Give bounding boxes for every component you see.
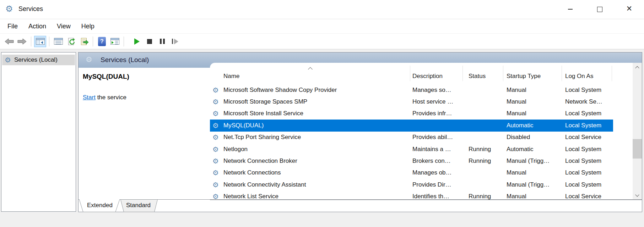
menu-help[interactable]: Help: [76, 19, 100, 33]
properties-button[interactable]: [52, 36, 64, 47]
column-divider[interactable]: [410, 66, 410, 81]
cell-startup: Disabled: [507, 132, 530, 143]
properties-icon: [54, 38, 63, 45]
refresh-button[interactable]: [65, 36, 77, 47]
stop-icon: [147, 39, 152, 44]
service-gear-icon: ⚙: [212, 98, 219, 105]
title-bar: ⚙ Services ×: [0, 0, 644, 19]
export-list-button[interactable]: [78, 36, 90, 47]
cell-description: Manages so…: [412, 84, 451, 96]
table-row[interactable]: ⚙ Net.Tcp Port Sharing Service Provides …: [210, 132, 633, 143]
services-rows: ⚙ Microsoft Software Shadow Copy Provide…: [210, 84, 633, 200]
cell-logon: Local System: [565, 179, 601, 190]
forward-button[interactable]: [16, 36, 28, 47]
cell-name: Netlogon: [223, 143, 248, 155]
forward-icon: [17, 38, 27, 45]
back-button[interactable]: [3, 36, 15, 47]
cell-logon: Local System: [565, 84, 601, 96]
toolbar-separator: [93, 37, 93, 46]
tab-extended[interactable]: Extended: [87, 202, 113, 209]
cell-startup: Manual: [507, 167, 526, 179]
column-divider[interactable]: [462, 66, 463, 81]
cell-logon: Local System: [565, 155, 601, 167]
services-gear-icon: ⚙: [5, 56, 11, 63]
cell-description: Brokers con…: [412, 155, 451, 167]
sidebar-item-label: Services (Local): [14, 56, 58, 63]
table-row[interactable]: ⚙ Network List Service Identifies th… Ru…: [210, 191, 633, 200]
cell-name: Net.Tcp Port Sharing Service: [223, 132, 301, 143]
table-row[interactable]: ⚙ Network Connections Manages ob… Manual…: [210, 167, 633, 179]
table-row[interactable]: ⚙ Microsoft Storage Spaces SMP Host serv…: [210, 96, 633, 107]
cell-status: Running: [469, 155, 491, 167]
sort-ascending-icon: [308, 67, 313, 72]
column-header-log-on-as[interactable]: Log On As: [565, 73, 593, 80]
service-gear-icon: ⚙: [212, 181, 219, 188]
table-row[interactable]: ⚙ Network Connectivity Assistant Provide…: [210, 179, 633, 190]
back-icon: [5, 38, 14, 45]
services-main-panel: ⚙ Services (Local) MySQL(DUAL) Start the…: [78, 52, 642, 212]
minimize-button[interactable]: [556, 0, 585, 18]
show-console-tree-button[interactable]: [34, 36, 46, 47]
header-gear-icon: ⚙: [86, 56, 92, 63]
table-row[interactable]: ⚙ Microsoft Store Install Service Provid…: [210, 108, 633, 120]
column-divider[interactable]: [562, 66, 562, 81]
pause-service-button[interactable]: [156, 36, 168, 47]
maximize-button[interactable]: [585, 0, 615, 18]
export-arrow-icon: [83, 40, 89, 45]
cell-name: Microsoft Store Install Service: [223, 108, 303, 120]
scroll-down-button[interactable]: [633, 190, 642, 200]
tab-standard[interactable]: Standard: [126, 202, 151, 209]
menu-file[interactable]: File: [2, 19, 23, 33]
cell-description: Maintains a …: [412, 143, 451, 155]
column-header-name[interactable]: Name: [223, 73, 239, 80]
scrollbar-thumb[interactable]: [633, 139, 642, 159]
help-button[interactable]: ?: [96, 36, 108, 47]
cell-logon: Local Service: [565, 132, 601, 143]
cell-startup: Automatic: [507, 143, 534, 155]
start-service-button[interactable]: [131, 36, 143, 47]
cell-description: Provides abil…: [412, 132, 453, 143]
refresh-arrow-icon: [68, 38, 75, 45]
cell-logon: Local System: [565, 108, 601, 120]
cell-description: Host service …: [412, 96, 453, 107]
show-action-pane-button[interactable]: [109, 36, 121, 47]
menu-view[interactable]: View: [52, 19, 76, 33]
service-gear-icon: ⚙: [212, 146, 219, 153]
vertical-scrollbar[interactable]: [633, 63, 642, 200]
start-service-link[interactable]: Start: [83, 94, 96, 101]
close-button[interactable]: ×: [615, 0, 644, 18]
sidebar-item-services-local[interactable]: ⚙ Services (Local): [2, 55, 75, 65]
cell-name: Microsoft Storage Spaces SMP: [223, 96, 307, 107]
toolbar-separator: [124, 37, 124, 46]
table-row[interactable]: ⚙ Microsoft Software Shadow Copy Provide…: [210, 84, 633, 96]
menu-bar: File Action View Help: [0, 19, 644, 33]
table-row-selected[interactable]: ⚙ MySQL(DUAL) Automatic Local System: [210, 120, 633, 131]
service-gear-icon: ⚙: [212, 122, 219, 129]
cell-logon: Local Service: [565, 191, 601, 200]
service-gear-icon: ⚙: [212, 87, 219, 94]
cell-description: Provides Dir…: [412, 179, 451, 190]
cell-description: Identifies th…: [412, 191, 449, 200]
cell-name: Microsoft Software Shadow Copy Provider: [223, 84, 337, 96]
toolbar-separator: [31, 37, 31, 46]
scroll-up-button[interactable]: [633, 63, 642, 72]
toolbar-separator: [49, 37, 49, 46]
menu-action[interactable]: Action: [23, 19, 52, 33]
column-header-startup-type[interactable]: Startup Type: [507, 73, 541, 80]
column-header-description[interactable]: Description: [412, 73, 443, 80]
cell-status: Running: [469, 191, 491, 200]
stop-service-button[interactable]: [144, 36, 156, 47]
selection-highlight: [210, 120, 613, 131]
cell-name: Network Connection Broker: [223, 155, 297, 167]
console-tree-icon: [36, 38, 45, 45]
service-gear-icon: ⚙: [212, 134, 219, 141]
minimize-icon: [568, 9, 573, 10]
table-row[interactable]: ⚙ Network Connection Broker Brokers con……: [210, 155, 633, 167]
column-divider[interactable]: [612, 66, 612, 81]
cell-startup: Manual: [507, 108, 526, 120]
cell-logon: Local System: [565, 167, 601, 179]
column-divider[interactable]: [503, 66, 503, 81]
table-row[interactable]: ⚙ Netlogon Maintains a … Running Automat…: [210, 143, 633, 155]
restart-service-button[interactable]: [169, 36, 181, 47]
column-header-status[interactable]: Status: [469, 73, 486, 80]
